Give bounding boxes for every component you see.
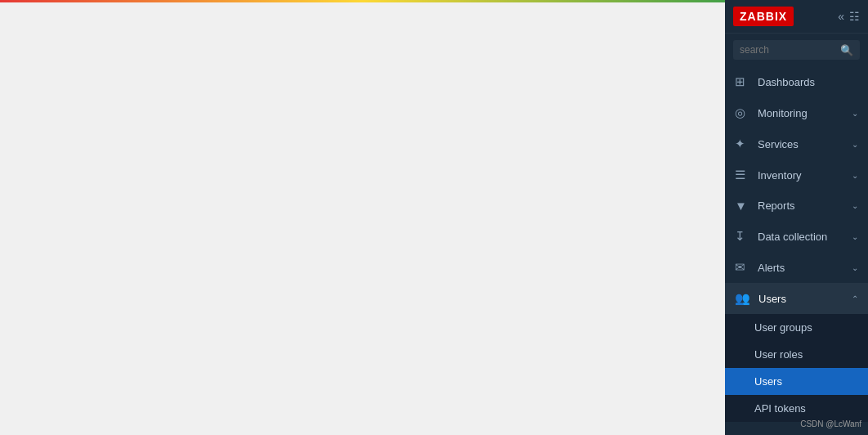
zabbix-logo: ZABBIX [733, 7, 794, 26]
search-icon: 🔍 [840, 44, 853, 56]
chevron-up-icon: ⌃ [852, 294, 858, 303]
sidebar-item-label: Services [758, 138, 799, 150]
monitoring-icon: ◎ [735, 105, 749, 120]
sidebar-item-label: Alerts [758, 262, 785, 274]
sidebar-grid-button[interactable]: ☷ [849, 10, 860, 23]
chevron-down-icon: ⌄ [852, 171, 858, 180]
sidebar-item-services[interactable]: ✦ Services ⌄ [725, 128, 868, 159]
top-color-bar [0, 0, 725, 2]
inventory-icon: ☰ [735, 168, 749, 182]
sidebar-item-reports[interactable]: ▼ Reports ⌄ [725, 191, 868, 221]
sidebar-item-label: Data collection [758, 231, 827, 243]
reports-icon: ▼ [735, 199, 749, 213]
dashboards-icon: ⊞ [735, 74, 749, 89]
sidebar-collapse-button[interactable]: « [838, 10, 844, 23]
chevron-down-icon: ⌄ [852, 140, 858, 149]
sidebar-item-data-collection[interactable]: ↧ Data collection ⌄ [725, 221, 868, 252]
alerts-icon: ✉ [735, 260, 749, 275]
sidebar-item-users[interactable]: 👥 Users ⌃ [725, 283, 868, 314]
users-icon: 👥 [735, 291, 750, 306]
sidebar-search-container: 🔍 [725, 34, 868, 66]
sidebar-item-monitoring[interactable]: ◎ Monitoring ⌄ [725, 97, 868, 128]
sidebar-item-user-groups[interactable]: User groups [725, 314, 868, 341]
chevron-down-icon: ⌄ [852, 232, 858, 241]
chevron-down-icon: ⌄ [852, 263, 858, 272]
sidebar-item-user-roles[interactable]: User roles [725, 341, 868, 368]
sidebar-item-users[interactable]: Users [725, 368, 868, 395]
sidebar-item-api-tokens[interactable]: API tokens [725, 395, 868, 422]
sidebar-item-label: Users [758, 293, 786, 305]
chevron-down-icon: ⌄ [852, 201, 858, 210]
sidebar-item-dashboards[interactable]: ⊞ Dashboards [725, 66, 868, 97]
sidebar-item-inventory[interactable]: ☰ Inventory ⌄ [725, 159, 868, 191]
sidebar-header: ZABBIX « ☷ [725, 0, 868, 34]
watermark: CSDN @LcWanf [800, 419, 861, 428]
users-submenu: User groups User roles Users API tokens [725, 314, 868, 422]
chevron-down-icon: ⌄ [852, 109, 858, 118]
sidebar-item-label: Dashboards [758, 76, 815, 88]
sidebar-item-alerts[interactable]: ✉ Alerts ⌄ [725, 252, 868, 283]
sidebar-item-label: Monitoring [758, 107, 808, 119]
sidebar-item-label: Inventory [758, 169, 801, 182]
services-icon: ✦ [735, 137, 749, 151]
sidebar-item-label: Reports [758, 200, 795, 212]
sidebar: ZABBIX « ☷ 🔍 ⊞ Dashboards ◎ Monitoring ⌄… [725, 0, 868, 435]
data-collection-icon: ↧ [735, 229, 749, 244]
